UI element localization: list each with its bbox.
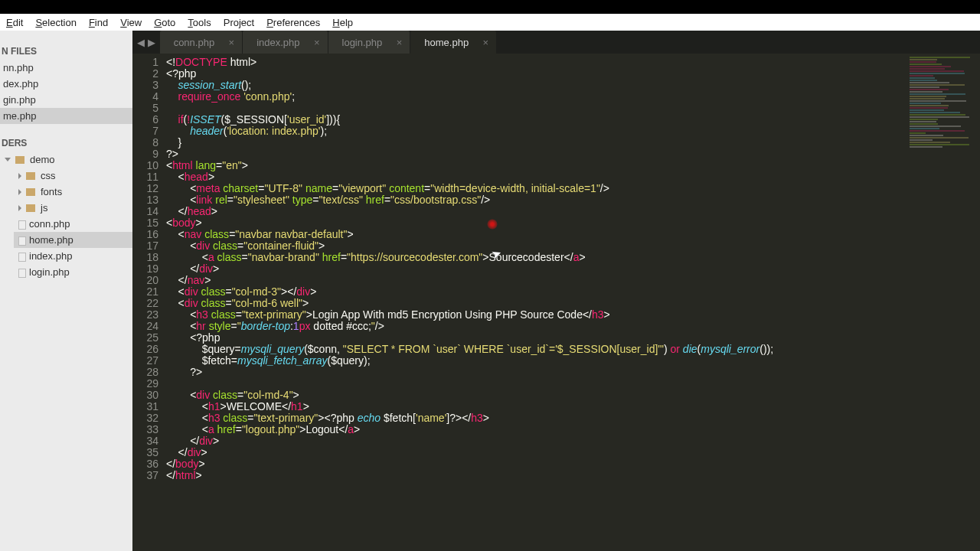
tab-conn-php[interactable]: conn.php× [160,31,243,54]
folder-root[interactable]: demo [0,152,132,168]
file-item[interactable]: conn.php [14,216,132,232]
file-item[interactable]: login.php [14,264,132,280]
file-item[interactable]: home.php [14,232,132,248]
menu-preferences[interactable]: Preferences [260,15,326,30]
folder-root-label: demo [30,154,55,165]
folders-header: DERS [0,135,132,152]
editor-area: ◀ ▶ conn.php×index.php×login.php×home.ph… [132,31,980,551]
folder-item[interactable]: fonts [14,184,132,200]
cursor-highlight [487,219,498,230]
menu-tools[interactable]: Tools [181,15,217,30]
tab-nav-arrows[interactable]: ◀ ▶ [132,31,160,54]
code-editor[interactable]: 1234567891011121314151617181920212223242… [132,54,980,481]
tab-close-icon[interactable]: × [314,37,320,48]
tab-home-php[interactable]: home.php× [410,31,496,54]
titlebar-black [0,0,980,14]
folder-item[interactable]: js [14,200,132,216]
tab-close-icon[interactable]: × [483,37,489,48]
menu-edit[interactable]: Edit [0,15,29,30]
menu-view[interactable]: View [114,15,148,30]
menu-find[interactable]: Find [83,15,114,30]
tab-close-icon[interactable]: × [397,37,403,48]
sidebar: N FILES nn.phpdex.phpgin.phpme.php DERS … [0,31,132,551]
folder-item[interactable]: css [14,168,132,184]
tab-index-php[interactable]: index.php× [243,31,327,54]
menu-help[interactable]: Help [326,15,359,30]
minimap[interactable] [910,57,978,148]
menu-goto[interactable]: Goto [148,15,181,30]
open-file-item[interactable]: me.php [0,108,132,124]
open-files-header: N FILES [0,43,132,60]
file-item[interactable]: index.php [14,248,132,264]
menu-project[interactable]: Project [217,15,260,30]
tab-close-icon[interactable]: × [229,37,235,48]
open-file-item[interactable]: gin.php [0,92,132,108]
tab-login-php[interactable]: login.php× [328,31,410,54]
open-file-item[interactable]: dex.php [0,76,132,92]
open-file-item[interactable]: nn.php [0,60,132,76]
menu-bar: EditSelectionFindViewGotoToolsProjectPre… [0,14,980,31]
tab-bar: ◀ ▶ conn.php×index.php×login.php×home.ph… [132,31,980,54]
menu-selection[interactable]: Selection [29,15,82,30]
